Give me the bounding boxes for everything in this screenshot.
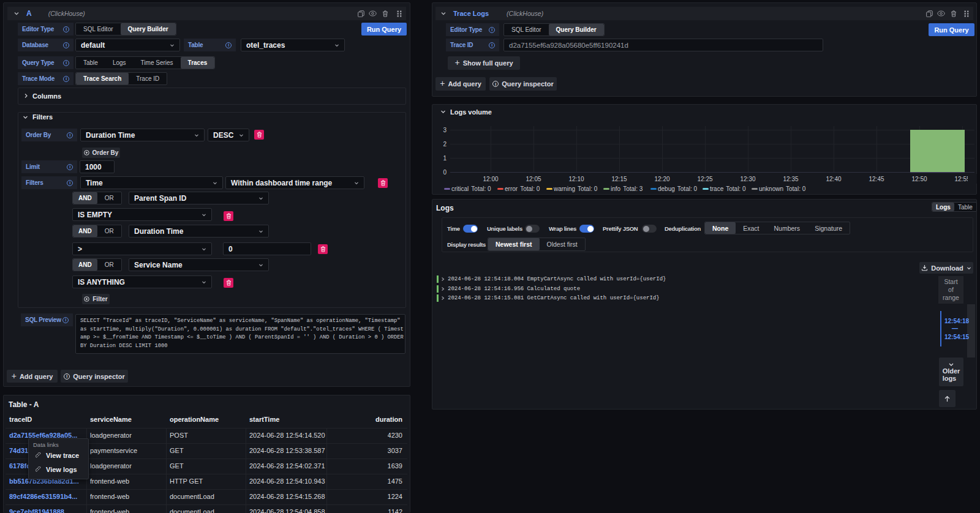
svg-text:12:45: 12:45 xyxy=(869,176,884,182)
svg-text:12:50: 12:50 xyxy=(911,176,927,182)
svg-text:12:40: 12:40 xyxy=(826,176,841,182)
svg-text:12:20: 12:20 xyxy=(654,176,669,182)
svg-text:12:30: 12:30 xyxy=(740,176,755,182)
svg-text:0: 0 xyxy=(443,169,447,176)
svg-text:2: 2 xyxy=(443,141,447,148)
svg-text:12:10: 12:10 xyxy=(568,176,584,182)
svg-text:12:00: 12:00 xyxy=(483,176,498,182)
svg-text:12:15: 12:15 xyxy=(611,176,627,182)
svg-text:1: 1 xyxy=(443,155,447,162)
svg-text:12:35: 12:35 xyxy=(783,176,798,182)
svg-text:12:05: 12:05 xyxy=(526,176,541,182)
svg-text:12:25: 12:25 xyxy=(697,176,712,182)
svg-text:3: 3 xyxy=(443,127,447,133)
